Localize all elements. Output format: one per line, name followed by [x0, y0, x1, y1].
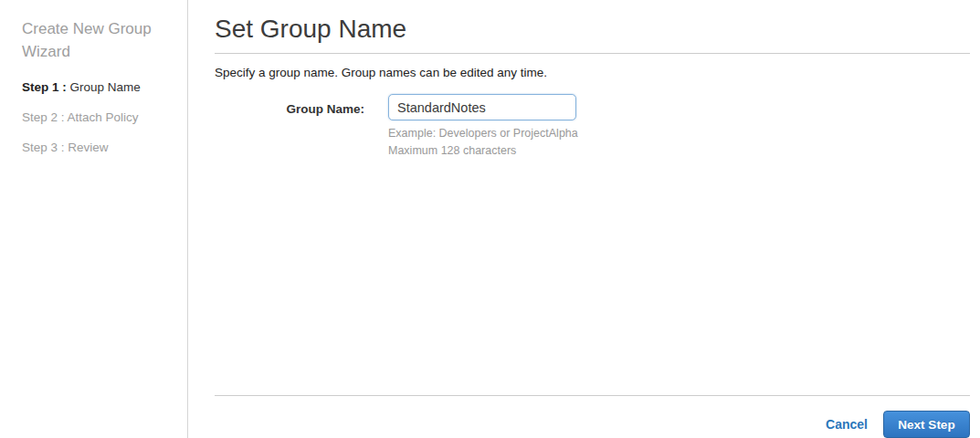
- step-label: Group Name: [70, 80, 141, 94]
- sidebar-step-attach-policy: Step 2 : Attach Policy: [22, 111, 169, 123]
- step-number: Step 2 :: [22, 110, 65, 124]
- hint-example: Example: Developers or ProjectAlpha: [388, 125, 578, 142]
- step-label: Attach Policy: [68, 110, 139, 124]
- group-name-label: Group Name:: [215, 94, 364, 116]
- group-name-field-wrap: Example: Developers or ProjectAlpha Maxi…: [388, 94, 578, 160]
- group-name-hints: Example: Developers or ProjectAlpha Maxi…: [388, 125, 578, 160]
- group-name-form-row: Group Name: Example: Developers or Proje…: [215, 94, 970, 160]
- step-label: Review: [68, 141, 108, 154]
- step-number: Step 1 :: [22, 80, 67, 94]
- hint-max-length: Maximum 128 characters: [388, 142, 578, 160]
- cancel-button[interactable]: Cancel: [826, 417, 868, 432]
- content-spacer: [215, 160, 970, 395]
- wizard-footer: Cancel Next Step: [215, 396, 970, 438]
- sidebar-step-group-name: Step 1 : Group Name: [22, 81, 169, 93]
- sidebar-step-review: Step 3 : Review: [22, 141, 169, 153]
- group-name-input[interactable]: [388, 94, 576, 120]
- wizard-main-panel: Set Group Name Specify a group name. Gro…: [188, 0, 980, 438]
- wizard-sidebar: Create New Group Wizard Step 1 : Group N…: [0, 0, 188, 438]
- next-step-button[interactable]: Next Step: [883, 411, 970, 438]
- create-group-wizard-window: Create New Group Wizard Step 1 : Group N…: [0, 0, 980, 438]
- wizard-title: Create New Group Wizard: [22, 17, 168, 63]
- page-title: Set Group Name: [215, 15, 970, 54]
- page-description: Specify a group name. Group names can be…: [215, 66, 970, 79]
- step-number: Step 3 :: [22, 141, 65, 154]
